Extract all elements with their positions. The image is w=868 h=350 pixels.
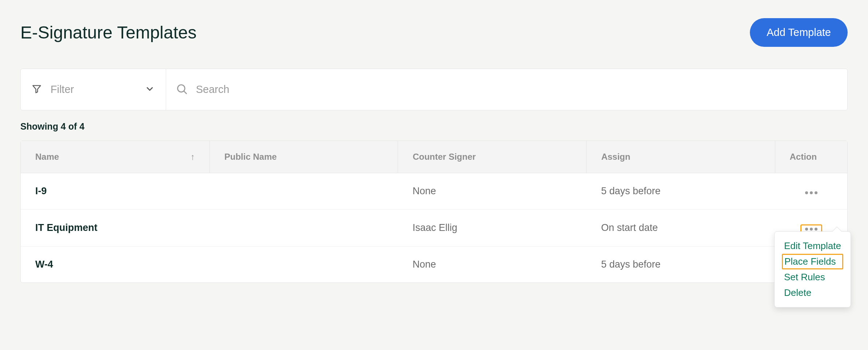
templates-table: Name ↑ Public Name Counter Signer Assign… [20, 141, 848, 283]
search-input[interactable] [196, 84, 838, 95]
table-row: W-4 None 5 days before [21, 247, 847, 283]
filter-icon [32, 84, 42, 95]
add-template-button[interactable]: Add Template [750, 18, 848, 47]
cell-assign: 5 days before [587, 247, 775, 283]
row-actions-menu: Edit Template Place Fields Set Rules Del… [774, 231, 851, 308]
dots-icon [805, 191, 808, 194]
table-header-row: Name ↑ Public Name Counter Signer Assign… [21, 141, 847, 173]
column-header-action: Action [775, 141, 847, 173]
table-row: I-9 None 5 days before [21, 173, 847, 209]
svg-line-2 [184, 91, 186, 93]
table-row: IT Equipment Isaac Ellig On start date E… [21, 209, 847, 247]
cell-counter-signer: None [398, 247, 587, 283]
dots-icon [805, 228, 808, 231]
cell-counter-signer: Isaac Ellig [398, 209, 587, 247]
column-header-label: Public Name [224, 152, 277, 162]
page-title: E-Signature Templates [20, 23, 197, 42]
menu-item-set-rules[interactable]: Set Rules [783, 269, 843, 285]
dots-icon [815, 228, 817, 231]
sort-ascending-icon: ↑ [190, 152, 195, 162]
chevron-down-icon [145, 84, 155, 95]
cell-assign: 5 days before [587, 173, 775, 209]
row-actions-button[interactable] [801, 189, 821, 196]
filter-dropdown[interactable]: Filter [21, 69, 166, 110]
dots-icon [815, 191, 817, 194]
search-box [166, 69, 847, 110]
svg-marker-0 [33, 85, 41, 93]
filter-search-bar: Filter [20, 69, 848, 110]
column-header-name[interactable]: Name ↑ [21, 141, 210, 173]
cell-action: Edit Template Place Fields Set Rules Del… [775, 209, 847, 247]
menu-item-delete[interactable]: Delete [783, 285, 843, 301]
dots-icon [810, 228, 813, 231]
column-header-public-name[interactable]: Public Name [210, 141, 398, 173]
column-header-label: Action [790, 152, 817, 162]
cell-public-name [210, 247, 398, 283]
menu-item-edit-template[interactable]: Edit Template [783, 238, 843, 254]
cell-public-name [210, 173, 398, 209]
cell-public-name [210, 209, 398, 247]
column-header-label: Name [35, 152, 59, 162]
cell-name[interactable]: W-4 [21, 247, 210, 283]
column-header-assign[interactable]: Assign [587, 141, 775, 173]
column-header-counter-signer[interactable]: Counter Signer [398, 141, 587, 173]
search-icon [176, 83, 188, 97]
svg-point-1 [178, 85, 185, 92]
menu-item-place-fields[interactable]: Place Fields [782, 254, 843, 269]
cell-action [775, 173, 847, 209]
results-summary: Showing 4 of 4 [20, 121, 848, 132]
cell-assign: On start date [587, 209, 775, 247]
cell-name[interactable]: I-9 [21, 173, 210, 209]
filter-placeholder: Filter [51, 84, 74, 95]
cell-name[interactable]: IT Equipment [21, 209, 210, 247]
column-header-label: Assign [601, 152, 630, 162]
cell-counter-signer: None [398, 173, 587, 209]
column-header-label: Counter Signer [413, 152, 475, 162]
dots-icon [810, 191, 813, 194]
